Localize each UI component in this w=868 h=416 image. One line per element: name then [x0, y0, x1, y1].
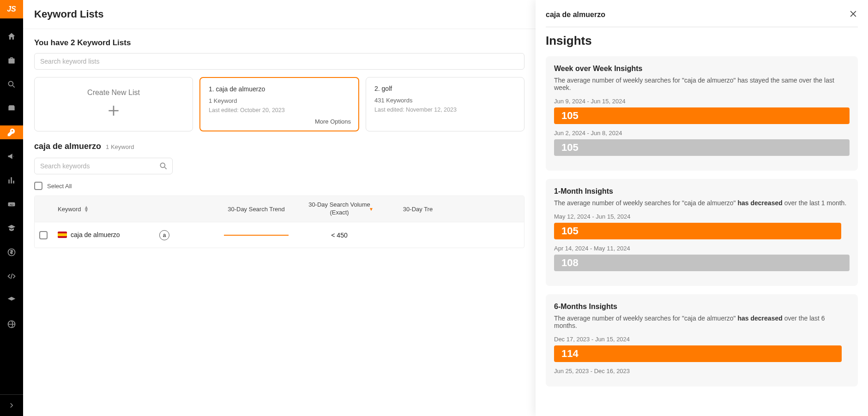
selected-list-title: caja de almuerzo [34, 142, 101, 151]
plus-icon [106, 103, 121, 120]
trend-sparkline [224, 235, 289, 236]
nav-ads[interactable]: AD [0, 197, 23, 211]
date-range: Jun 2, 2024 - Jun 8, 2024 [554, 130, 850, 137]
insight-bar-previous: 108 [554, 255, 850, 271]
left-sidebar: JS AD [0, 0, 23, 416]
insight-body: The average number of weekly searches fo… [554, 77, 850, 91]
list-card-edited: Last edited: October 20, 2023 [209, 107, 350, 113]
select-all-checkbox[interactable] [34, 182, 42, 190]
row-checkbox[interactable] [39, 231, 48, 239]
nav-home[interactable] [0, 30, 23, 43]
nav-search[interactable] [0, 77, 23, 91]
date-range: Apr 14, 2024 - May 11, 2024 [554, 245, 850, 252]
column-keyword[interactable]: Keyword ▲▼ [53, 202, 155, 216]
nav-keyword[interactable] [0, 125, 23, 139]
insight-card: 1-Month InsightsThe average number of we… [546, 179, 858, 286]
list-card-edited: Last edited: November 12, 2023 [374, 107, 516, 113]
insight-body: The average number of weekly searches fo… [554, 315, 850, 329]
app-logo: JS [0, 0, 23, 18]
insight-body: The average number of weekly searches fo… [554, 199, 850, 207]
keyword-list-card-2[interactable]: 2. golf 431 Keywords Last edited: Novemb… [366, 77, 524, 131]
insights-panel: caja de almuerzo Insights Week over Week… [536, 0, 868, 416]
keyword-list-card-1[interactable]: 1. caja de almuerzo 1 Keyword Last edite… [199, 77, 359, 131]
date-range: Dec 17, 2023 - Jun 15, 2024 [554, 336, 850, 343]
nav-academy[interactable] [0, 221, 23, 235]
insight-bar-current: 105 [554, 223, 841, 239]
column-30day-trend-b[interactable]: 30-Day Tre [376, 202, 459, 216]
lists-subhead: You have 2 Keyword Lists [34, 38, 524, 48]
date-range: Jun 25, 2023 - Dec 16, 2023 [554, 368, 850, 374]
nav-product[interactable] [0, 101, 23, 115]
insights-title: Insights [546, 34, 858, 48]
nav-megaphone[interactable] [0, 149, 23, 163]
insight-card: 6-Months InsightsThe average number of w… [546, 294, 858, 386]
create-list-card[interactable]: Create New List [34, 77, 193, 131]
insight-head: 1-Month Insights [554, 187, 850, 196]
volume-value: < 450 [302, 228, 376, 243]
list-card-count: 431 Keywords [374, 97, 516, 104]
svg-text:AD: AD [10, 203, 13, 206]
sort-desc-icon: ▼ [369, 206, 374, 212]
list-card-title: 2. golf [374, 85, 516, 92]
svg-point-0 [8, 81, 13, 86]
amazon-icon[interactable]: a [159, 230, 169, 240]
select-all-label: Select All [47, 183, 72, 190]
spain-flag-icon [58, 232, 67, 238]
insight-head: Week over Week Insights [554, 65, 850, 73]
search-icon [159, 161, 168, 172]
nav-analytics[interactable] [0, 173, 23, 187]
search-keywords-input[interactable] [34, 158, 173, 174]
keyword-text: caja de almuerzo [71, 231, 120, 239]
list-card-count: 1 Keyword [209, 97, 350, 104]
date-range: Jun 9, 2024 - Jun 15, 2024 [554, 98, 850, 105]
date-range: May 12, 2024 - Jun 15, 2024 [554, 213, 850, 220]
sort-indicator-icon: ▲▼ [84, 206, 89, 212]
insight-head: 6-Months Insights [554, 303, 850, 311]
insight-bar-previous: 105 [554, 139, 850, 156]
nav-api[interactable] [0, 269, 23, 283]
page-title: Keyword Lists [23, 0, 536, 29]
nav-learn[interactable] [0, 293, 23, 307]
search-lists-input[interactable] [34, 53, 524, 70]
insight-card: Week over Week InsightsThe average numbe… [546, 56, 858, 171]
keyword-table: Keyword ▲▼ 30-Day Search Trend 30-Day Se… [34, 196, 524, 248]
panel-keyword: caja de almuerzo [546, 11, 605, 19]
list-card-title: 1. caja de almuerzo [209, 85, 350, 93]
nav-briefcase[interactable] [0, 53, 23, 67]
nav-money[interactable] [0, 245, 23, 259]
selected-list-count: 1 Keyword [106, 143, 134, 150]
sidebar-expand[interactable] [0, 394, 23, 416]
create-list-label: Create New List [87, 89, 140, 97]
svg-point-5 [160, 163, 165, 167]
column-30day-volume[interactable]: 30-Day Search Volume (Exact) ▼ [302, 197, 376, 220]
column-30day-trend[interactable]: 30-Day Search Trend [210, 202, 302, 216]
insight-bar-current: 114 [554, 345, 842, 362]
nav-browser[interactable] [0, 317, 23, 331]
close-icon[interactable] [849, 9, 858, 20]
more-options-link[interactable]: More Options [315, 118, 351, 125]
table-row: caja de almuerzo a < 450 [35, 222, 524, 248]
insight-bar-current: 105 [554, 107, 850, 124]
